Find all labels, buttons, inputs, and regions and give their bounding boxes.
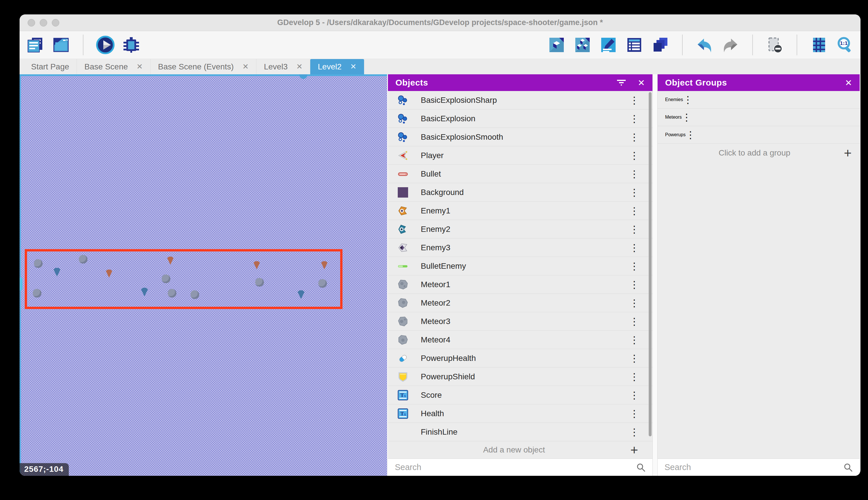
object-row[interactable]: Meteor1 ⋮ (388, 275, 653, 294)
kebab-menu-icon[interactable]: ⋮ (630, 372, 638, 382)
project-manager-button[interactable] (26, 36, 44, 54)
kebab-menu-icon[interactable]: ⋮ (630, 317, 638, 326)
minimize-window-button[interactable] (40, 19, 47, 26)
object-row[interactable]: Meteor2 ⋮ (388, 294, 653, 312)
add-group-row[interactable]: Click to add a group + (658, 144, 860, 162)
objects-search-input[interactable] (395, 463, 633, 472)
object-row[interactable]: Meteor3 ⋮ (388, 312, 653, 331)
kebab-menu-icon[interactable]: ⋮ (630, 298, 638, 308)
object-row[interactable]: T x Score ⋮ (388, 386, 653, 405)
tab-start-page[interactable]: Start Page (24, 59, 77, 74)
object-row[interactable]: FinishLine ⋮ (388, 423, 653, 441)
kebab-menu-icon[interactable]: ⋮ (630, 114, 638, 124)
group-row[interactable]: Enemies ⋮ (658, 91, 860, 109)
objects-searchbar (388, 458, 653, 476)
kebab-menu-icon[interactable]: ⋮ (630, 151, 638, 160)
object-row[interactable]: PowerupShield ⋮ (388, 367, 653, 386)
tab-base-scene[interactable]: Base Scene ✕ (77, 59, 151, 74)
kebab-menu-icon[interactable]: ⋮ (630, 280, 638, 289)
kebab-menu-icon[interactable]: ⋮ (630, 353, 638, 363)
object-name: Enemy3 (421, 243, 630, 252)
zoom-1-1-button[interactable]: 1:1 (836, 36, 854, 54)
scene-canvas[interactable]: 2567;-104 (20, 74, 387, 476)
objects-scrollbar[interactable] (649, 92, 652, 436)
plus-icon[interactable]: + (844, 146, 852, 160)
object-row[interactable]: BulletEnemy ⋮ (388, 257, 653, 275)
kebab-menu-icon[interactable]: ⋮ (630, 427, 638, 437)
kebab-menu-icon[interactable]: ⋮ (630, 132, 638, 142)
selection-handle[interactable] (20, 277, 22, 291)
group-row[interactable]: Powerups ⋮ (658, 126, 860, 144)
object-row[interactable]: BasicExplosion ⋮ (388, 110, 653, 128)
kebab-menu-icon[interactable]: ⋮ (630, 206, 638, 216)
object-row[interactable]: Background ⋮ (388, 183, 653, 202)
gdevelop-window: GDevelop 5 - /Users/dkarakay/Documents/G… (20, 14, 860, 476)
kebab-menu-icon[interactable]: ⋮ (630, 335, 638, 345)
toggle-layers-panel-button[interactable] (651, 36, 669, 54)
object-row[interactable]: Enemy2 ⋮ (388, 220, 653, 238)
add-object-row[interactable]: Add a new object + (388, 441, 653, 458)
toggle-grid-button[interactable] (810, 36, 828, 54)
group-row[interactable]: Meteors ⋮ (658, 109, 860, 126)
tab-base-scene-events[interactable]: Base Scene (Events) ✕ (151, 59, 256, 74)
kebab-menu-icon[interactable]: ⋮ (630, 169, 638, 179)
toggle-objects-panel-button[interactable] (548, 36, 566, 54)
selection-rectangle[interactable] (25, 249, 342, 309)
object-name: PowerupShield (421, 372, 630, 381)
groups-search-input[interactable] (665, 463, 840, 472)
meteor-icon (398, 298, 408, 308)
object-groups-title: Object Groups (665, 78, 727, 88)
kebab-menu-icon[interactable]: ⋮ (630, 95, 638, 105)
open-scene-button[interactable] (52, 36, 70, 54)
kebab-menu-icon[interactable]: ⋮ (685, 130, 694, 140)
search-icon (636, 463, 646, 472)
window-titlebar: GDevelop 5 - /Users/dkarakay/Documents/G… (20, 14, 860, 31)
active-tab-pointer (299, 74, 307, 79)
close-panel-icon[interactable]: ✕ (845, 78, 852, 88)
group-name: Enemies (665, 97, 683, 102)
tab-level2[interactable]: Level2 ✕ (310, 59, 364, 74)
object-row[interactable]: BasicExplosionSmooth ⋮ (388, 128, 653, 146)
zoom-window-button[interactable] (52, 19, 59, 26)
toggle-instances-list-button[interactable] (625, 36, 644, 54)
kebab-menu-icon[interactable]: ⋮ (630, 409, 638, 419)
kebab-menu-icon[interactable]: ⋮ (683, 95, 692, 104)
filter-icon[interactable] (617, 79, 626, 87)
kebab-menu-icon[interactable]: ⋮ (630, 224, 638, 234)
play-preview-button[interactable] (96, 36, 115, 54)
toggle-object-groups-panel-button[interactable] (573, 36, 592, 54)
svg-text:T: T (400, 410, 404, 416)
object-row[interactable]: Enemy1 ⋮ (388, 202, 653, 220)
explosion-sprite-icon (398, 113, 408, 124)
debug-button[interactable] (122, 36, 140, 54)
tab-level3[interactable]: Level3 ✕ (256, 59, 310, 74)
close-tab-icon[interactable]: ✕ (137, 62, 143, 71)
object-row[interactable]: Bullet ⋮ (388, 165, 653, 183)
kebab-menu-icon[interactable]: ⋮ (630, 188, 638, 197)
plus-icon[interactable]: + (630, 443, 638, 456)
object-row[interactable]: Player ⋮ (388, 146, 653, 165)
panel-divider[interactable] (653, 74, 658, 476)
close-panel-icon[interactable]: ✕ (638, 78, 645, 88)
object-row[interactable]: PowerupHealth ⋮ (388, 349, 653, 367)
kebab-menu-icon[interactable]: ⋮ (682, 112, 690, 122)
toggle-properties-panel-button[interactable] (599, 36, 618, 54)
kebab-menu-icon[interactable]: ⋮ (630, 390, 638, 400)
redo-button[interactable] (721, 36, 740, 54)
close-tab-icon[interactable]: ✕ (350, 62, 356, 71)
kebab-menu-icon[interactable]: ⋮ (630, 261, 638, 271)
object-groups-panel: Object Groups ✕ Enemies ⋮ Meteors ⋮ Powe… (658, 74, 860, 476)
close-tab-icon[interactable]: ✕ (296, 62, 303, 71)
toggle-mask-button[interactable] (765, 36, 784, 54)
object-row[interactable]: Meteor4 ⋮ (388, 331, 653, 349)
object-row[interactable]: BasicExplosionSharp ⋮ (388, 91, 653, 110)
tab-label: Level3 (264, 62, 288, 71)
object-row[interactable]: T x Health ⋮ (388, 405, 653, 423)
toolbar-divider (752, 35, 753, 55)
object-row[interactable]: Enemy3 ⋮ (388, 238, 653, 257)
kebab-menu-icon[interactable]: ⋮ (630, 243, 638, 253)
svg-text:T: T (400, 392, 404, 398)
undo-button[interactable] (695, 36, 714, 54)
close-tab-icon[interactable]: ✕ (242, 62, 249, 71)
close-window-button[interactable] (28, 19, 35, 26)
